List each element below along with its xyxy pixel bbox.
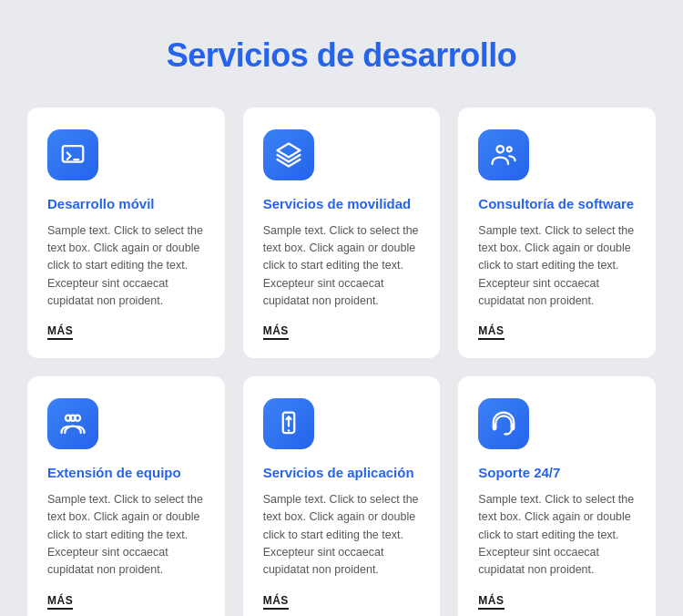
team-icon-wrapper (47, 398, 98, 449)
card-support-link[interactable]: MÁS (478, 594, 504, 610)
card-support: Soporte 24/7 Sample text. Click to selec… (458, 376, 656, 616)
card-app-body: Sample text. Click to select the text bo… (263, 491, 421, 580)
consulting-icon (490, 141, 517, 169)
card-support-title: Soporte 24/7 (478, 464, 560, 482)
card-mobile-dev-title: Desarrollo móvil (47, 195, 155, 213)
mobile-dev-icon-wrapper (47, 129, 98, 180)
card-mobile-dev: Desarrollo móvil Sample text. Click to s… (27, 108, 225, 358)
svg-marker-2 (277, 144, 300, 158)
card-mobile-dev-link[interactable]: MÁS (47, 324, 73, 340)
mobile-dev-icon (59, 141, 87, 169)
card-team-link[interactable]: MÁS (47, 594, 73, 610)
card-support-body: Sample text. Click to select the text bo… (478, 491, 636, 580)
card-team-body: Sample text. Click to select the text bo… (47, 491, 205, 580)
support-icon-wrapper (478, 398, 529, 449)
card-team-title: Extensión de equipo (47, 464, 181, 482)
app-icon-wrapper (263, 398, 314, 449)
team-icon (59, 410, 87, 437)
card-mobile-dev-body: Sample text. Click to select the text bo… (47, 222, 205, 311)
card-mobility: Servicios de movilidad Sample text. Clic… (243, 108, 441, 358)
card-mobility-title: Servicios de movilidad (263, 195, 412, 213)
support-icon (490, 410, 517, 437)
services-grid: Desarrollo móvil Sample text. Click to s… (27, 108, 656, 616)
card-app-link[interactable]: MÁS (263, 594, 289, 610)
card-team: Extensión de equipo Sample text. Click t… (27, 376, 225, 616)
card-app: Servicios de aplicación Sample text. Cli… (243, 376, 441, 616)
svg-point-9 (287, 430, 290, 433)
card-mobility-link[interactable]: MÁS (263, 324, 289, 340)
card-app-title: Servicios de aplicación (263, 464, 414, 482)
card-consulting-link[interactable]: MÁS (478, 324, 504, 340)
svg-point-7 (70, 416, 76, 421)
mobility-icon (275, 141, 302, 169)
consulting-icon-wrapper (478, 129, 529, 180)
svg-point-4 (507, 147, 512, 151)
card-consulting: Consultoría de software Sample text. Cli… (458, 108, 656, 358)
svg-point-3 (497, 146, 505, 153)
mobility-icon-wrapper (263, 129, 314, 180)
page-title: Servicios de desarrollo (167, 36, 517, 75)
card-mobility-body: Sample text. Click to select the text bo… (263, 222, 421, 311)
app-icon (275, 410, 302, 437)
card-consulting-body: Sample text. Click to select the text bo… (478, 222, 636, 311)
svg-rect-0 (63, 146, 84, 162)
card-consulting-title: Consultoría de software (478, 195, 634, 213)
